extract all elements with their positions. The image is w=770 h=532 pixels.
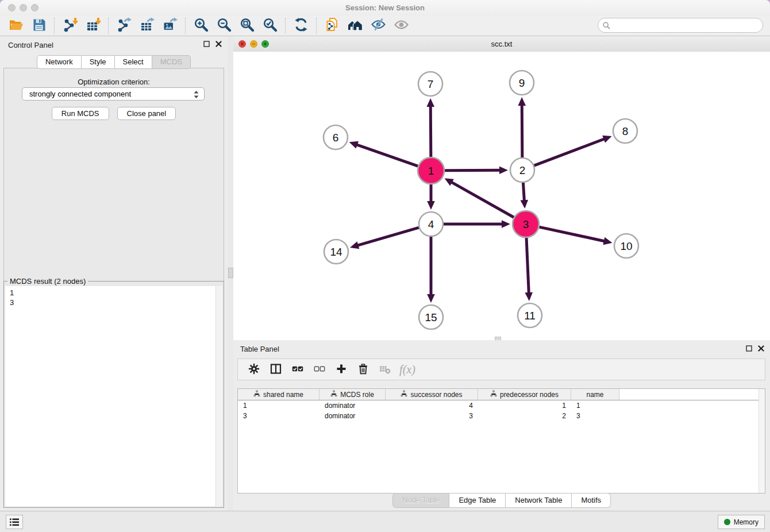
zoom-fit-button[interactable] (236, 17, 259, 35)
edge-4-14[interactable] (357, 228, 418, 245)
float-table-panel-icon[interactable] (746, 345, 752, 352)
tab-motifs[interactable]: Motifs (572, 493, 611, 508)
arrowhead-2-3 (521, 200, 529, 209)
select-all-columns-button[interactable] (288, 361, 307, 378)
graph-node-label-4: 4 (428, 218, 434, 230)
optimization-criterion-select[interactable]: strongly connected component (22, 87, 205, 101)
export-network-icon (117, 17, 132, 34)
export-image-button[interactable] (159, 17, 182, 35)
table-row[interactable]: 1dominator411 (238, 402, 765, 411)
close-panel-button[interactable]: Close panel (117, 107, 176, 120)
settings-gear-icon (248, 363, 260, 376)
table-cell[interactable]: dominator (319, 412, 386, 421)
tab-network-table[interactable]: Network Table (506, 493, 572, 508)
tab-mcds[interactable]: MCDS (152, 55, 191, 69)
tab-style[interactable]: Style (82, 55, 115, 69)
control-panel-title: Control Panel (8, 41, 53, 49)
arrowhead-2-9 (518, 97, 526, 106)
zoom-in-button[interactable] (190, 17, 213, 35)
list-icon (9, 518, 20, 527)
column-header-name[interactable]: name (571, 389, 619, 400)
export-table-button[interactable] (136, 17, 159, 35)
network-view-title: scc.txt (233, 36, 770, 52)
edge-3-11[interactable] (526, 238, 529, 294)
delete-columns-button[interactable] (354, 361, 372, 378)
import-table-button[interactable] (82, 17, 105, 35)
column-label: MCDS role (340, 391, 374, 399)
column-header-shared-name[interactable]: shared name (238, 389, 319, 400)
tab-select[interactable]: Select (115, 55, 152, 69)
graph-node-label-8: 8 (622, 125, 629, 137)
table-cell[interactable]: 1 (238, 402, 319, 411)
network-graph[interactable]: 7968124314101511 (233, 52, 770, 340)
table-cell[interactable]: 3 (571, 412, 619, 421)
zoom-in-icon (194, 17, 209, 34)
mcds-result-area[interactable]: 1 3 (5, 286, 222, 506)
save-session-button[interactable] (28, 17, 51, 35)
table-cell[interactable]: 3 (386, 412, 478, 421)
zoom-out-button[interactable] (213, 17, 236, 35)
arrowhead-1-4 (427, 201, 435, 210)
import-network-button[interactable] (59, 17, 82, 35)
edge-1-2[interactable] (445, 170, 500, 171)
table-cell[interactable]: 1 (478, 402, 571, 411)
table-cell[interactable]: 1 (571, 402, 619, 411)
splitter-handle[interactable] (228, 268, 233, 278)
tab-edge-table[interactable]: Edge Table (449, 493, 506, 508)
toolbar-separator (185, 18, 186, 34)
clone-network-button[interactable] (321, 17, 344, 35)
column-label: name (586, 391, 603, 399)
task-history-button[interactable] (6, 515, 23, 529)
open-file-icon (9, 17, 24, 34)
titlebar: Session: New Session (0, 0, 770, 16)
refresh-icon (294, 17, 309, 34)
mcds-result-scrollbar[interactable] (215, 286, 222, 506)
search-box[interactable] (598, 18, 763, 33)
network-canvas[interactable]: 7968124314101511 (233, 52, 770, 340)
search-icon (603, 22, 610, 29)
column-header-predecessor-nodes[interactable]: predecessor nodes (478, 389, 571, 400)
column-label: successor nodes (410, 391, 462, 399)
tab-network[interactable]: Network (37, 55, 82, 69)
edge-3-1[interactable] (451, 182, 514, 218)
zoom-out-icon (217, 17, 232, 34)
edge-3-10[interactable] (539, 227, 605, 241)
settings-gear-button[interactable] (245, 361, 263, 378)
home-button[interactable] (344, 17, 367, 35)
hide-panel-eye-icon (371, 17, 386, 34)
table-cell[interactable]: dominator (319, 402, 386, 411)
function-builder-button: f(x) (398, 361, 416, 378)
search-input[interactable] (613, 21, 763, 30)
memory-button[interactable]: Memory (718, 515, 765, 529)
edge-1-7[interactable] (430, 106, 431, 157)
refresh-button[interactable] (290, 17, 313, 35)
graph-node-label-10: 10 (620, 240, 632, 252)
run-mcds-button[interactable]: Run MCDS (52, 107, 109, 120)
create-column-button[interactable] (332, 361, 351, 378)
export-network-button[interactable] (113, 17, 136, 35)
unselect-all-columns-button[interactable] (310, 361, 329, 378)
open-file-button[interactable] (5, 17, 28, 35)
split-columns-button[interactable] (267, 361, 285, 378)
tab-node-table[interactable]: Node Table (392, 493, 450, 508)
column-header-successor-nodes[interactable]: successor nodes (386, 389, 478, 400)
table-cell[interactable]: 2 (478, 412, 571, 421)
table-scrollbar[interactable] (759, 389, 765, 493)
close-panel-icon[interactable] (215, 41, 222, 47)
hide-panel-eye-button[interactable] (367, 17, 390, 35)
edge-2-9[interactable] (522, 105, 522, 157)
tree-sort-icon (401, 390, 407, 399)
float-panel-icon[interactable] (203, 41, 210, 47)
node-table[interactable]: shared nameMCDS rolesuccessor nodesprede… (237, 388, 765, 494)
edge-1-6[interactable] (356, 145, 418, 167)
edge-2-8[interactable] (534, 138, 605, 165)
close-table-panel-icon[interactable] (758, 345, 764, 352)
table-cell[interactable]: 4 (386, 402, 478, 411)
table-row[interactable]: 3dominator323 (238, 412, 765, 421)
zoom-selected-button[interactable] (259, 17, 282, 35)
show-eye-button (390, 17, 413, 35)
table-cell[interactable]: 3 (238, 412, 319, 421)
edge-2-3[interactable] (523, 183, 524, 201)
column-header-MCDS-role[interactable]: MCDS role (319, 389, 386, 400)
graph-node-label-15: 15 (425, 311, 437, 323)
